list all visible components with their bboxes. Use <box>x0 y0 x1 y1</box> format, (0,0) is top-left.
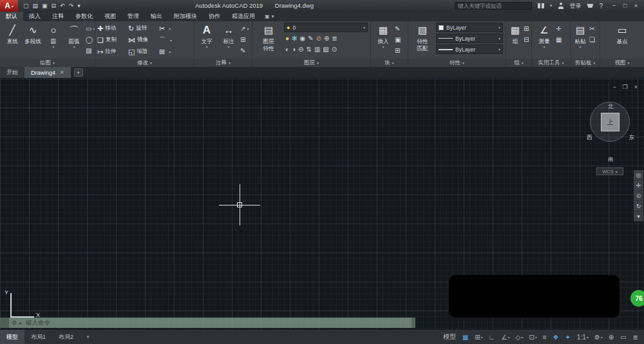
panel-label-clipboard[interactable]: 剪贴板 ▾ <box>571 59 600 67</box>
ungroup-tool[interactable]: ⊞ <box>524 24 529 33</box>
line-tool[interactable]: ╱ 直线 <box>2 23 23 57</box>
ribbon-tab-insert[interactable]: 插入 <box>23 12 46 21</box>
layer-lock-icon[interactable]: ◉ <box>299 33 305 43</box>
copy-tool[interactable]: ❏ 复制 <box>97 36 128 44</box>
annotation-scale-button[interactable]: 1:1 ▾ <box>577 334 589 341</box>
customization-icon[interactable]: ≣ <box>633 334 639 341</box>
polar-icon[interactable]: ∠ ▾ <box>502 334 510 341</box>
doc-minimize-button[interactable]: − <box>612 84 616 90</box>
panel-label-properties[interactable]: 特性 ▾ <box>408 59 506 67</box>
signin-person-icon[interactable] <box>558 3 564 9</box>
panel-label-draw[interactable]: 绘图 ▾ <box>0 59 95 67</box>
command-customize-icon[interactable]: ⚙ <box>12 320 17 326</box>
measure-tool[interactable]: ∠ 测量 ▾ <box>534 23 554 57</box>
doc-close-button[interactable]: × <box>634 84 638 90</box>
new-drawing-button[interactable]: + <box>74 68 83 77</box>
ribbon-tab-manage[interactable]: 管理 <box>122 12 145 21</box>
command-line-resize-grip[interactable] <box>412 318 415 328</box>
mirror-tool[interactable]: ⋈ 镜像 <box>128 36 159 44</box>
close-button[interactable]: × <box>630 0 641 12</box>
match-properties-tool[interactable]: ▧ 特性 匹配 <box>410 23 435 57</box>
pan-icon[interactable]: ✛ <box>634 180 643 191</box>
snap-icon[interactable]: ⊞ ▾ <box>475 334 482 341</box>
insert-block-tool[interactable]: ▦ 插入 ▾ <box>373 23 393 57</box>
qat-plot-button[interactable]: ⊟ <box>52 0 57 12</box>
rotate-tool[interactable]: ↻ 旋转 <box>128 24 159 33</box>
panel-label-utilities[interactable]: 实用工具 ▾ <box>532 59 570 67</box>
viewcube[interactable]: 北 南 西 东 上 WCS ▾ <box>586 97 635 179</box>
create-block-tool[interactable]: ✎ <box>395 24 401 33</box>
hatch-tool[interactable]: ▨ <box>86 46 95 55</box>
command-chevron-icon[interactable]: ▸ <box>19 320 22 326</box>
ortho-icon[interactable]: ∟ <box>489 334 496 341</box>
search-dropdown-icon[interactable]: ▾ <box>550 3 553 8</box>
ribbon-tab-view[interactable]: 视图 <box>99 12 122 21</box>
app-store-cart-icon[interactable] <box>587 4 593 8</box>
stretch-tool[interactable]: ↦ 拉伸 <box>97 48 128 56</box>
signin-label[interactable]: 登录 <box>569 2 581 10</box>
move-tool[interactable]: ✚ 移动 <box>97 24 128 33</box>
layer-states-icon[interactable]: ≣ <box>332 33 337 43</box>
search-icon[interactable] <box>538 3 544 8</box>
qat-redo-button[interactable]: ↷ <box>69 0 74 12</box>
layer-properties-tool[interactable]: ▤ 图层 特性 <box>254 23 283 57</box>
text-tool[interactable]: A 文字 ▾ <box>196 23 217 57</box>
command-line-grip[interactable]: ∷ <box>0 318 9 328</box>
compass-north-label[interactable]: 北 <box>586 103 635 111</box>
application-menu-button[interactable]: A ▾ <box>0 0 18 12</box>
start-tab[interactable]: 开始 <box>0 67 24 78</box>
qat-open-button[interactable]: ▤ <box>33 0 39 12</box>
lineweight-icon[interactable]: ≡ <box>543 334 547 341</box>
model-space-button[interactable]: 模型 <box>443 332 457 341</box>
navigation-wheel-icon[interactable]: ◎ <box>634 170 643 180</box>
grid-icon[interactable]: ▦ <box>462 334 469 341</box>
new-layout-button[interactable]: + <box>80 330 96 344</box>
arc-tool[interactable]: ⌒ 圆弧 ▾ <box>64 23 84 57</box>
layer-tool-icon[interactable]: ⇅ <box>306 44 311 54</box>
layer-edit-icon[interactable]: ✎ <box>308 33 313 43</box>
leader-tool[interactable]: ↗ ▾ <box>240 24 249 33</box>
drawing-tab[interactable]: Drawing4 ✕ <box>24 67 71 78</box>
polyline-tool[interactable]: ∿ 多段线 <box>23 23 43 57</box>
isodraft-icon[interactable]: ◇ ▾ <box>516 334 524 341</box>
layer-tool-icon[interactable]: ▧ <box>323 44 328 54</box>
ribbon-tab-home[interactable]: 默认 <box>0 12 23 21</box>
panel-label-view[interactable]: 视图 ▾ <box>600 59 644 67</box>
calculator-tool[interactable]: ▦ <box>556 35 562 44</box>
layer-freeze-icon[interactable]: ✻ <box>292 33 297 43</box>
dimension-tool[interactable]: ↔ 标注 ▾ <box>218 23 239 57</box>
annotation-visibility-icon[interactable]: ❖ <box>553 334 560 341</box>
circle-tool[interactable]: ○ 圆 ▾ <box>43 23 64 57</box>
drawing-canvas[interactable]: − ❐ × 北 南 西 东 上 WCS ▾ ◎✛⊙↻▾ Y X 76 <box>0 79 644 329</box>
linetype-dropdown[interactable]: ByLayer ▾ <box>436 33 503 43</box>
ribbon-tab-collaborate[interactable]: 协作 <box>203 12 226 21</box>
ribbon-tab-addins[interactable]: 附加模块 <box>168 12 203 21</box>
array-tool[interactable]: ⊞ ▾ <box>159 48 178 56</box>
paste-tool[interactable]: ▤ 粘贴 ▾ <box>573 23 588 57</box>
layer-isolate-icon[interactable]: ⊘ <box>316 33 321 43</box>
annotation-autoscale-icon[interactable]: ✦ <box>565 334 571 341</box>
close-icon[interactable]: ✕ <box>60 70 64 75</box>
wcs-menu-button[interactable]: WCS ▾ <box>596 167 623 175</box>
workspace-gear-icon[interactable]: ⚙ ▾ <box>594 334 603 341</box>
compass-east-label[interactable]: 东 <box>629 134 635 142</box>
base-view-tool[interactable]: ▭ 基点 <box>612 23 632 57</box>
orbit-icon[interactable]: ↻ <box>634 201 643 211</box>
panel-label-group[interactable]: 组 ▾ <box>506 59 531 67</box>
graphics-performance-icon[interactable]: ▭ <box>620 334 627 341</box>
search-input[interactable] <box>455 2 532 10</box>
ribbon-display-toggle[interactable]: ▣ ▾ <box>265 12 274 21</box>
ribbon-tab-featured-apps[interactable]: 精选应用 <box>226 12 261 21</box>
ellipse-tool[interactable]: ◯ ▾ <box>86 35 95 44</box>
group-tool[interactable]: ▦ 组 <box>508 23 522 57</box>
ribbon-tab-annotate[interactable]: 注释 <box>46 12 70 21</box>
command-line[interactable]: ∷ ⚙ ▸ 键入命令 <box>0 318 415 328</box>
trim-tool[interactable]: ✂ ▾ <box>159 24 178 33</box>
model-layout-tab[interactable]: 模型 <box>0 330 24 344</box>
help-icon[interactable]: ? <box>599 3 603 10</box>
panel-label-layers[interactable]: 图层 ▾ <box>252 59 370 67</box>
cut-tool[interactable]: ✂ <box>589 24 595 33</box>
panel-label-modify[interactable]: 修改 ▾ <box>95 59 194 67</box>
quick-select-tool[interactable]: ✛ <box>556 24 562 33</box>
layout2-tab[interactable]: 布局2 <box>52 330 80 344</box>
